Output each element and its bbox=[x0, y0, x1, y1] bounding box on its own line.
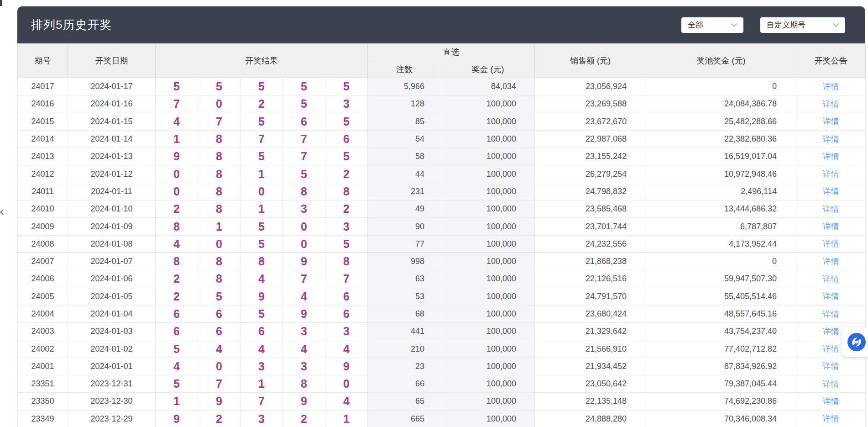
detail-link[interactable]: 详情 bbox=[823, 100, 839, 109]
header-sales: 销售额 (元) bbox=[535, 44, 646, 78]
result-digit-cell: 0 bbox=[198, 235, 241, 253]
pool-amount-cell: 87,834,926.92 bbox=[646, 358, 796, 375]
result-digit-cell: 1 bbox=[241, 200, 283, 218]
prize-amount-cell: 100,000 bbox=[441, 270, 535, 288]
table-row: 240042024-01-046659668100,00023,680,4244… bbox=[18, 305, 866, 322]
result-digit-cell: 1 bbox=[156, 130, 198, 148]
announcement-cell: 详情 bbox=[796, 113, 866, 130]
announcement-cell: 详情 bbox=[796, 78, 866, 95]
result-digit-cell: 0 bbox=[156, 183, 198, 200]
detail-link[interactable]: 详情 bbox=[823, 135, 839, 144]
prize-amount-cell: 100,000 bbox=[441, 148, 535, 165]
result-digit-cell: 4 bbox=[198, 340, 241, 358]
announcement-cell: 详情 bbox=[796, 393, 866, 410]
table-header: 期号 开奖日期 开奖结果 直选 销售额 (元) 奖池奖金 (元) 开奖公告 注数… bbox=[18, 44, 866, 78]
sales-amount-cell: 22,135,148 bbox=[535, 393, 646, 410]
detail-link[interactable]: 详情 bbox=[823, 292, 839, 301]
bets-count-cell: 998 bbox=[368, 253, 441, 270]
result-digit-cell: 7 bbox=[283, 130, 325, 148]
bets-count-cell: 68 bbox=[368, 305, 441, 322]
detail-link[interactable]: 详情 bbox=[823, 205, 839, 214]
period-cell: 24008 bbox=[18, 235, 68, 253]
result-digit-cell: 3 bbox=[325, 95, 368, 113]
result-digit-cell: 5 bbox=[325, 148, 368, 165]
draw-date-cell: 2024-01-15 bbox=[68, 113, 156, 130]
result-digit-cell: 9 bbox=[283, 393, 325, 410]
bets-count-cell: 77 bbox=[368, 235, 441, 253]
detail-link[interactable]: 详情 bbox=[823, 344, 839, 353]
result-digit-cell: 6 bbox=[241, 323, 283, 340]
prize-amount-cell: 100,000 bbox=[441, 358, 535, 375]
result-digit-cell: 0 bbox=[198, 358, 241, 375]
detail-link[interactable]: 详情 bbox=[823, 274, 839, 284]
sales-amount-cell: 22,987,068 bbox=[535, 130, 646, 148]
pool-amount-cell: 0 bbox=[646, 253, 796, 270]
detail-link[interactable]: 详情 bbox=[823, 169, 839, 179]
detail-link[interactable]: 详情 bbox=[823, 152, 839, 161]
bets-count-cell: 49 bbox=[368, 200, 441, 218]
detail-link[interactable]: 详情 bbox=[823, 310, 839, 319]
result-digit-cell: 8 bbox=[198, 165, 241, 183]
bets-count-cell: 58 bbox=[368, 148, 441, 165]
period-cell: 24016 bbox=[18, 95, 68, 113]
period-range-select[interactable]: 自定义期号 bbox=[760, 17, 845, 33]
bets-count-cell: 231 bbox=[368, 183, 441, 200]
table-row: 240022024-01-0254444210100,00021,566,910… bbox=[18, 340, 866, 358]
prize-amount-cell: 100,000 bbox=[441, 200, 535, 218]
draw-date-cell: 2024-01-10 bbox=[68, 200, 156, 218]
result-digit-cell: 7 bbox=[156, 95, 198, 113]
result-digit-cell: 1 bbox=[325, 410, 368, 427]
period-cell: 24006 bbox=[18, 270, 68, 288]
draw-type-select[interactable]: 全部 bbox=[681, 17, 743, 33]
floating-service-button[interactable] bbox=[842, 327, 868, 357]
detail-link[interactable]: 详情 bbox=[823, 82, 839, 91]
sidebar-expand-handle[interactable] bbox=[0, 208, 5, 216]
draw-date-cell: 2024-01-16 bbox=[68, 95, 156, 113]
prize-amount-cell: 100,000 bbox=[441, 410, 535, 427]
pool-amount-cell: 77,402,712.82 bbox=[646, 340, 796, 358]
sales-amount-cell: 21,566,910 bbox=[535, 340, 646, 358]
result-digit-cell: 6 bbox=[325, 288, 368, 305]
period-cell: 24005 bbox=[18, 288, 68, 305]
announcement-cell: 详情 bbox=[796, 148, 866, 165]
sales-amount-cell: 23,672,670 bbox=[535, 113, 646, 130]
detail-link[interactable]: 详情 bbox=[823, 187, 839, 196]
result-digit-cell: 0 bbox=[198, 95, 241, 113]
result-digit-cell: 8 bbox=[198, 200, 241, 218]
pool-amount-cell: 4,173,952.44 bbox=[646, 235, 796, 253]
detail-link[interactable]: 详情 bbox=[823, 117, 839, 126]
announcement-cell: 详情 bbox=[796, 270, 866, 288]
detail-link[interactable]: 详情 bbox=[823, 380, 839, 389]
detail-link[interactable]: 详情 bbox=[823, 414, 839, 423]
table-row: 233502023-12-301979465100,00022,135,1487… bbox=[18, 393, 866, 410]
result-digit-cell: 4 bbox=[241, 270, 283, 288]
announcement-cell: 详情 bbox=[796, 218, 866, 235]
sales-amount-cell: 21,329,642 bbox=[535, 323, 646, 340]
table-row: 240032024-01-0366633441100,00021,329,642… bbox=[18, 323, 866, 340]
announcement-cell: 详情 bbox=[796, 253, 866, 270]
detail-link[interactable]: 详情 bbox=[823, 362, 839, 371]
bets-count-cell: 53 bbox=[368, 288, 441, 305]
detail-link[interactable]: 详情 bbox=[823, 397, 839, 406]
bets-count-cell: 5,966 bbox=[368, 78, 441, 95]
result-digit-cell: 5 bbox=[198, 78, 241, 95]
announcement-cell: 详情 bbox=[796, 410, 866, 427]
bets-count-cell: 23 bbox=[368, 358, 441, 375]
detail-link[interactable]: 详情 bbox=[823, 222, 839, 231]
header-period: 期号 bbox=[18, 44, 68, 78]
pool-amount-cell: 13,444,686.32 bbox=[646, 200, 796, 218]
detail-link[interactable]: 详情 bbox=[823, 327, 839, 336]
sales-amount-cell: 23,680,424 bbox=[535, 305, 646, 322]
bets-count-cell: 665 bbox=[368, 410, 441, 427]
result-digit-cell: 4 bbox=[241, 340, 283, 358]
draw-date-cell: 2024-01-06 bbox=[68, 270, 156, 288]
pool-amount-cell: 55,405,514.46 bbox=[646, 288, 796, 305]
result-digit-cell: 1 bbox=[198, 218, 241, 235]
draw-date-cell: 2023-12-31 bbox=[68, 375, 156, 393]
sales-amount-cell: 23,050,642 bbox=[535, 375, 646, 393]
result-digit-cell: 5 bbox=[241, 218, 283, 235]
table-body: 240172024-01-17555555,96684,03423,056,92… bbox=[18, 78, 866, 427]
pool-amount-cell: 59,947,507.30 bbox=[646, 270, 796, 288]
detail-link[interactable]: 详情 bbox=[823, 257, 839, 266]
detail-link[interactable]: 详情 bbox=[823, 239, 839, 248]
